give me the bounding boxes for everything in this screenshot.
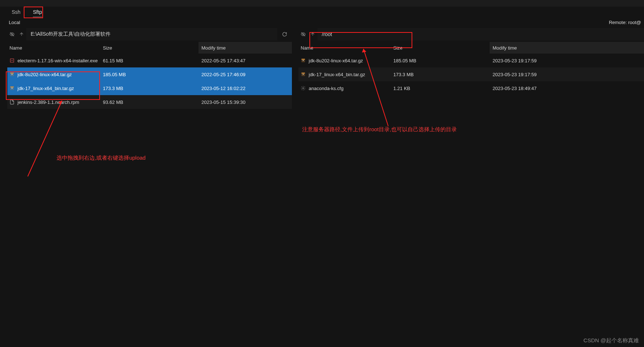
local-file-list: electerm-1.17.16-win-x64-installer.exe61… [7, 54, 292, 109]
annotation-text-left: 选中拖拽到右边,或者右键选择upload [57, 155, 146, 161]
file-icon [9, 100, 15, 105]
svg-rect-7 [303, 60, 304, 61]
svg-rect-4 [12, 88, 12, 89]
tab-bar: Ssh Sftp [0, 7, 644, 17]
svg-point-9 [302, 87, 304, 89]
file-time: 2023-05-23 18:49:47 [490, 86, 644, 91]
arrow-up-icon [310, 32, 315, 37]
file-name-cell: jdk-8u202-linux-x64.tar.gz [298, 58, 393, 63]
column-header-size[interactable]: Size [393, 45, 490, 51]
file-size: 61.15 MB [103, 58, 198, 63]
file-time: 2023-05-15 15:39:30 [198, 100, 292, 105]
remote-pane: Name Size Modify time jdk-8u202-linux-x6… [298, 28, 644, 109]
local-label: Local [9, 20, 20, 25]
file-row[interactable]: electerm-1.17.16-win-x64-installer.exe61… [7, 54, 292, 67]
file-name-cell: jdk-17_linux-x64_bin.tar.gz [7, 86, 103, 91]
up-directory-button[interactable] [17, 28, 26, 40]
file-row[interactable]: anaconda-ks.cfg1.21 KB2023-05-23 18:49:4… [298, 81, 644, 95]
file-name-cell: electerm-1.17.16-win-x64-installer.exe [7, 58, 103, 63]
file-name: jdk-8u202-linux-x64.tar.gz [309, 58, 363, 63]
file-name-cell: jdk-8u202-linux-x64.tar.gz [7, 72, 103, 77]
file-name: jdk-8u202-linux-x64.tar.gz [18, 72, 72, 77]
svg-rect-8 [303, 74, 304, 75]
remote-file-list: jdk-8u202-linux-x64.tar.gz185.05 MB2023-… [298, 54, 644, 95]
toggle-hidden-button[interactable] [298, 28, 308, 40]
file-name: jenkins-2.389-1.1.noarch.rpm [18, 100, 79, 105]
file-name-cell: jdk-17_linux-x64_bin.tar.gz [298, 72, 393, 77]
eye-slash-icon [301, 32, 306, 37]
column-header-name[interactable]: Name [7, 45, 103, 51]
arrow-up-icon [19, 32, 24, 37]
file-size: 173.3 MB [103, 86, 198, 91]
tab-ssh[interactable]: Ssh [8, 8, 24, 16]
file-time: 2023-05-23 19:17:59 [490, 72, 644, 77]
archive-icon [301, 72, 306, 77]
file-size: 173.3 MB [393, 72, 490, 77]
toggle-hidden-button[interactable] [7, 28, 17, 40]
file-row[interactable]: jdk-8u202-linux-x64.tar.gz185.05 MB2022-… [7, 67, 292, 81]
watermark: CSDN @起个名称真难 [583, 337, 639, 344]
tab-sftp[interactable]: Sftp [29, 8, 46, 16]
remote-table-header: Name Size Modify time [298, 42, 644, 54]
file-time: 2022-05-25 17:46:09 [198, 72, 292, 77]
svg-line-10 [28, 101, 62, 176]
eye-slash-icon [9, 32, 15, 37]
column-header-name[interactable]: Name [298, 45, 393, 51]
local-path-input[interactable] [26, 28, 277, 40]
refresh-icon [282, 32, 287, 37]
remote-path-row [298, 28, 644, 40]
file-name: anaconda-ks.cfg [309, 86, 343, 91]
file-name: jdk-17_linux-x64_bin.tar.gz [309, 72, 365, 77]
svg-rect-3 [12, 74, 12, 75]
local-table-header: Name Size Modify time [7, 42, 292, 54]
cfg-icon [301, 86, 306, 91]
pane-labels: Local Remote: root@ [0, 17, 644, 28]
file-name-cell: jenkins-2.389-1.1.noarch.rpm [7, 100, 103, 105]
file-row[interactable]: jenkins-2.389-1.1.noarch.rpm93.62 MB2023… [7, 95, 292, 109]
file-size: 1.21 KB [393, 86, 490, 91]
archive-icon [9, 72, 15, 77]
local-pane: Name Size Modify time electerm-1.17.16-w… [7, 28, 292, 109]
file-row[interactable]: jdk-17_linux-x64_bin.tar.gz173.3 MB2023-… [7, 81, 292, 95]
file-time: 2023-05-23 19:17:59 [490, 58, 644, 63]
file-size: 185.05 MB [103, 72, 198, 77]
column-header-size[interactable]: Size [103, 45, 198, 51]
file-row[interactable]: jdk-8u202-linux-x64.tar.gz185.05 MB2023-… [298, 54, 644, 67]
remote-path-input[interactable] [317, 28, 644, 40]
file-size: 185.05 MB [393, 58, 490, 63]
file-time: 2022-05-25 17:43:47 [198, 58, 292, 63]
up-directory-button[interactable] [308, 28, 317, 40]
file-name: jdk-17_linux-x64_bin.tar.gz [18, 86, 74, 91]
file-time: 2023-05-12 16:02:22 [198, 86, 292, 91]
remote-label: Remote: root@ [609, 20, 641, 25]
column-header-time[interactable]: Modify time [490, 42, 644, 54]
column-header-time[interactable]: Modify time [198, 42, 292, 54]
window-top-bar [0, 0, 644, 7]
local-path-row [7, 28, 292, 40]
refresh-button[interactable] [277, 28, 292, 40]
annotation-text-right: 注意服务器路径,文件上传到root目录,也可以自己选择上传的目录 [302, 126, 457, 133]
archive-icon [301, 58, 306, 63]
file-size: 93.62 MB [103, 100, 198, 105]
file-row[interactable]: jdk-17_linux-x64_bin.tar.gz173.3 MB2023-… [298, 67, 644, 81]
archive-icon [9, 86, 15, 91]
annotation-arrow-left [26, 98, 66, 179]
file-name-cell: anaconda-ks.cfg [298, 86, 393, 91]
exe-icon [9, 58, 15, 63]
file-name: electerm-1.17.16-win-x64-installer.exe [18, 58, 98, 63]
